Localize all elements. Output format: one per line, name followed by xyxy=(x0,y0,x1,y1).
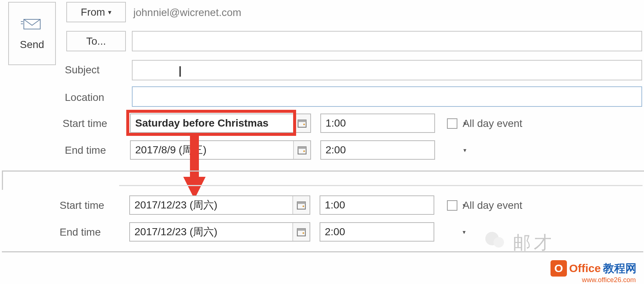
all-day-checkbox[interactable] xyxy=(447,118,457,129)
svg-point-5 xyxy=(303,124,305,125)
svg-point-13 xyxy=(302,205,304,207)
subject-label: Subject xyxy=(65,64,99,76)
svg-point-8 xyxy=(303,150,305,152)
start-time-input[interactable] xyxy=(321,117,463,129)
end-date-input[interactable] xyxy=(131,144,293,156)
to-button-label: To... xyxy=(86,35,106,47)
start-date-picker[interactable] xyxy=(130,114,311,133)
logo-icon: O xyxy=(551,260,567,277)
watermark-text: 邮才 xyxy=(513,231,555,255)
end-time-input-2[interactable] xyxy=(320,226,463,238)
separator xyxy=(2,170,3,190)
watermark-logo: O Office教程网 xyxy=(551,260,637,277)
watermark-url: www.office26.com xyxy=(582,276,636,284)
end-time-input[interactable] xyxy=(321,144,463,156)
calendar-button[interactable] xyxy=(292,223,310,241)
start-time-picker-2[interactable]: ▾ xyxy=(320,195,434,215)
all-day-checkbox-row-2: All day event xyxy=(447,200,522,211)
end-time-label: End time xyxy=(65,144,106,156)
to-input[interactable] xyxy=(132,31,642,51)
calendar-icon xyxy=(296,200,306,210)
start-time-picker[interactable]: ▾ xyxy=(320,114,435,133)
svg-rect-15 xyxy=(297,229,305,230)
start-date-input[interactable] xyxy=(131,117,293,129)
calendar-icon xyxy=(296,227,306,237)
svg-rect-7 xyxy=(298,147,306,149)
location-label: Location xyxy=(65,92,104,103)
end-time-label-2: End time xyxy=(60,226,101,238)
chevron-down-icon: ▾ xyxy=(108,8,111,16)
separator xyxy=(2,170,644,172)
end-date-input-2[interactable] xyxy=(130,226,292,238)
all-day-checkbox-2[interactable] xyxy=(447,200,457,211)
svg-rect-4 xyxy=(298,120,306,122)
watermark-brand-1: Office xyxy=(569,262,601,275)
from-dropdown-button[interactable]: From ▾ xyxy=(66,2,126,22)
chevron-down-icon[interactable]: ▾ xyxy=(463,223,466,241)
start-time-label: Start time xyxy=(63,118,107,130)
wechat-icon xyxy=(484,229,506,253)
all-day-label: All day event xyxy=(463,118,522,130)
to-button[interactable]: To... xyxy=(66,31,126,51)
start-time-input-2[interactable] xyxy=(320,199,463,211)
svg-rect-12 xyxy=(297,202,305,204)
start-date-input-2[interactable] xyxy=(130,199,292,211)
svg-point-18 xyxy=(494,237,504,248)
all-day-label-2: All day event xyxy=(463,200,522,211)
from-value: johnniel@wicrenet.com xyxy=(133,7,241,19)
calendar-button[interactable] xyxy=(293,114,310,132)
start-time-label-2: Start time xyxy=(60,200,104,211)
start-date-picker-2[interactable] xyxy=(129,195,310,215)
from-button-label: From xyxy=(81,6,105,18)
send-label: Send xyxy=(20,39,44,51)
subject-input[interactable] xyxy=(132,60,642,80)
send-button[interactable]: Send xyxy=(8,2,56,65)
end-time-picker[interactable]: ▾ xyxy=(320,140,435,160)
svg-point-16 xyxy=(302,232,304,234)
end-date-picker-2[interactable] xyxy=(129,222,310,242)
end-date-picker[interactable] xyxy=(130,140,311,160)
separator xyxy=(119,185,643,186)
calendar-icon xyxy=(297,145,307,155)
all-day-checkbox-row: All day event xyxy=(447,118,522,130)
chevron-down-icon[interactable]: ▾ xyxy=(463,141,466,159)
calendar-icon xyxy=(297,118,307,128)
calendar-button[interactable] xyxy=(293,141,310,159)
watermark-brand-2: 教程网 xyxy=(603,261,637,276)
end-time-picker-2[interactable]: ▾ xyxy=(320,222,434,242)
calendar-button[interactable] xyxy=(292,196,310,214)
location-input[interactable] xyxy=(132,86,642,107)
envelope-icon xyxy=(21,16,43,31)
